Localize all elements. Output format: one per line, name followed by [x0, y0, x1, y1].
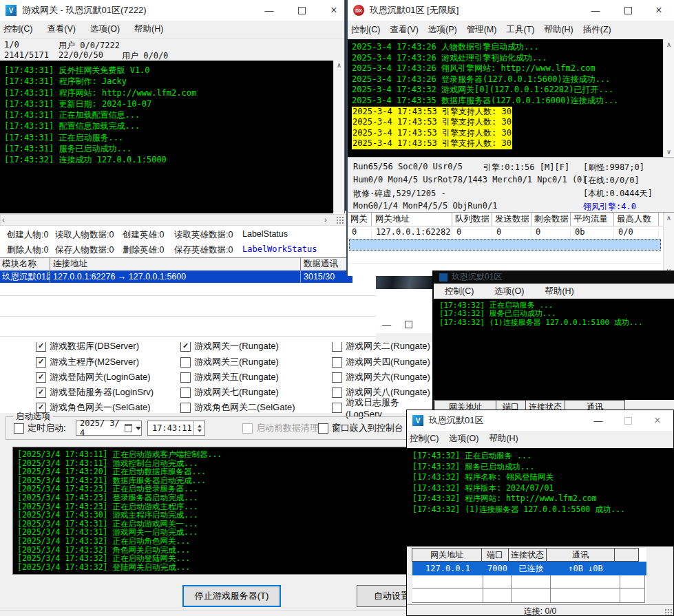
menu-help[interactable]: 帮助(H): [489, 433, 518, 445]
console-scrollbar[interactable]: ∧ ∨: [663, 39, 674, 157]
col-avg-flow[interactable]: 平均流量: [571, 213, 614, 226]
menu-control[interactable]: 控制(C): [3, 23, 32, 35]
col-remaining[interactable]: 剩余数据: [531, 213, 571, 226]
col-status[interactable]: 连接状态: [508, 548, 547, 562]
checkbox-loginsrv[interactable]: 游戏登陆服务器(LoginSrv): [36, 385, 154, 399]
scroll-up-icon[interactable]: ∧: [334, 61, 344, 71]
counters-row-2: 删除人物:0 保存人物数据:0 删除英雄:0 保存英雄数据:0 LabelWor…: [0, 244, 376, 257]
col-connect-addr[interactable]: 连接地址: [50, 258, 301, 271]
checkbox-dbserver[interactable]: 游戏数据库(DBServer): [36, 342, 139, 353]
menu-options[interactable]: 选项(O): [494, 286, 524, 297]
checkbox-logingate[interactable]: 游戏登陆网关(LoginGate): [36, 370, 151, 384]
maximize-icon[interactable]: [405, 321, 412, 328]
close-icon[interactable]: ×: [652, 415, 663, 426]
menu-control[interactable]: 控制(C): [410, 433, 439, 445]
menu-control[interactable]: 控制(C): [445, 286, 474, 297]
checkbox-rungate7[interactable]: 游戏网关七(Rungate): [180, 385, 279, 399]
col-max-users[interactable]: 最高人数: [614, 213, 659, 226]
minimize-icon[interactable]: —: [382, 319, 391, 330]
resize-grip-icon[interactable]: [664, 608, 672, 616]
close-icon[interactable]: ×: [653, 5, 664, 16]
maximize-icon[interactable]: [622, 415, 633, 426]
spin-up-icon[interactable]: [198, 425, 202, 427]
checkbox-rungate6[interactable]: 游戏网关六(Rungate): [332, 370, 430, 384]
checkbox-rungate2[interactable]: 游戏网关二(Rungate): [332, 342, 430, 353]
mid-titlebar[interactable]: 玖恩沉默01区: [434, 270, 674, 284]
menu-control[interactable]: 控制(C): [351, 24, 380, 36]
menu-tools[interactable]: 工具(T): [506, 24, 534, 36]
col-module-name[interactable]: 模块名称: [0, 258, 50, 271]
col-data-comm[interactable]: 数据通讯: [301, 258, 352, 271]
startup-log-list[interactable]: [2025/3/4 17:43:11] 正在启动游戏客户端控制器... [202…: [12, 447, 410, 575]
maximize-icon[interactable]: [622, 5, 633, 16]
maximize-icon[interactable]: [296, 5, 307, 16]
menu-help[interactable]: 帮助(H): [545, 286, 573, 297]
col-port[interactable]: 端口: [481, 548, 509, 562]
col-port[interactable]: 端口: [496, 400, 526, 410]
minimize-icon[interactable]: —: [590, 5, 601, 16]
gateway-titlebar[interactable]: V 游戏网关 - 玖恩沉默01区(7222) — ×: [0, 0, 344, 21]
table-selected-row[interactable]: 127.0.0.1 7000 已连接 ↑0B ↓0B: [412, 562, 646, 575]
menu-options[interactable]: 选项(O): [90, 23, 120, 35]
console-scrollbar[interactable]: ∧: [333, 61, 344, 213]
checkbox-rungate4[interactable]: 游戏网关四(Rungate): [332, 355, 430, 369]
scroll-right-icon[interactable]: ›: [324, 215, 327, 224]
table-selected-row[interactable]: [349, 239, 661, 251]
table-scrollbar[interactable]: ∧ ∨: [663, 213, 674, 276]
col-gateway-addr[interactable]: 网关地址: [434, 400, 496, 410]
window-title: 玖恩沉默01区 [无限版]: [370, 4, 459, 17]
time-picker[interactable]: 17:43:11: [147, 421, 205, 436]
col-status[interactable]: 连接状态: [525, 400, 565, 410]
scroll-left-icon[interactable]: ‹: [2, 215, 5, 224]
login-titlebar[interactable]: V 玖恩沉默01区 — ×: [407, 410, 673, 431]
checkbox-rungate1[interactable]: 游戏网关一(Rungate): [180, 342, 279, 353]
menu-view[interactable]: 查看(V): [390, 24, 419, 36]
counter-delete-player: 删除人物:0: [7, 244, 48, 256]
resize-grip-icon[interactable]: [336, 216, 345, 224]
connection-count: 连接: 0/0: [524, 606, 556, 616]
menu-options[interactable]: 选项(P): [428, 24, 457, 36]
checkbox-clean-before-start[interactable]: 启动前数据清理: [242, 421, 319, 435]
col-address[interactable]: 网关地址: [372, 213, 452, 226]
col-sent[interactable]: 发送数据: [492, 213, 531, 226]
cell: 0: [348, 226, 372, 239]
col-gateway[interactable]: 网关: [348, 213, 372, 226]
table-row[interactable]: [412, 575, 646, 589]
menu-manage[interactable]: 管理(M): [467, 24, 497, 36]
scroll-down-icon[interactable]: ∨: [664, 147, 674, 157]
menu-options[interactable]: 选项(O): [449, 433, 478, 445]
table-row[interactable]: 0 127.0.0.1:62282 0 0 0 0b 0/0: [348, 226, 674, 239]
checkbox-m2server[interactable]: 游戏主程序(M2Server): [36, 355, 139, 369]
checkbox-rungate3[interactable]: 游戏网关三(Rungate): [180, 355, 279, 369]
minimize-icon[interactable]: —: [264, 5, 275, 16]
console-line: [17:43:32] 服务已启动成功...: [412, 462, 673, 473]
checkbox-embed-console[interactable]: 窗口嵌入到控制台: [318, 421, 403, 435]
login-gateway-window: V 玖恩沉默01区 — × 控制(C) 选项(O) 帮助(H) [17:43:3…: [406, 410, 674, 616]
date-picker[interactable]: 2025/ 3/ 4: [76, 421, 142, 436]
cell: 0: [531, 226, 571, 239]
checkbox-rungate5[interactable]: 游戏网关五(Rungate): [180, 370, 279, 384]
menu-help[interactable]: 帮助(H): [134, 23, 163, 35]
module-table-selected-row[interactable]: 玖恩沉默01区 127.0.0.1:62276 → 127.0.0.1:5600…: [0, 270, 352, 283]
menu-view[interactable]: 查看(V): [47, 23, 76, 35]
time-spinner[interactable]: [193, 421, 204, 435]
wallpaper-fragment: [376, 274, 432, 289]
table-row[interactable]: [412, 589, 646, 603]
close-icon[interactable]: ×: [328, 5, 339, 16]
scroll-up-icon[interactable]: ∧: [664, 39, 674, 50]
menu-help[interactable]: 帮助(H): [544, 24, 573, 36]
col-gateway-addr[interactable]: 网关地址: [412, 548, 482, 562]
date-dropdown-icon[interactable]: [136, 427, 141, 430]
menu-plugins[interactable]: 插件(Z): [583, 24, 611, 36]
col-comm[interactable]: 通讯: [546, 548, 615, 562]
engine-titlebar[interactable]: DX 玖恩沉默01区 [无限版] — ×: [348, 0, 674, 21]
checkbox-timed-start[interactable]: 定时启动:: [14, 421, 66, 435]
minimize-icon[interactable]: —: [593, 415, 604, 426]
horizontal-scrollbar[interactable]: ‹ ›: [0, 214, 376, 226]
col-comm[interactable]: 通讯: [565, 400, 625, 410]
col-extra[interactable]: [614, 548, 639, 562]
spin-down-icon[interactable]: [198, 429, 202, 432]
stop-server-button[interactable]: 停止游戏服务器(T): [182, 585, 281, 607]
col-queue[interactable]: 队列数据: [452, 213, 492, 226]
scroll-up-icon[interactable]: ∧: [664, 213, 674, 223]
